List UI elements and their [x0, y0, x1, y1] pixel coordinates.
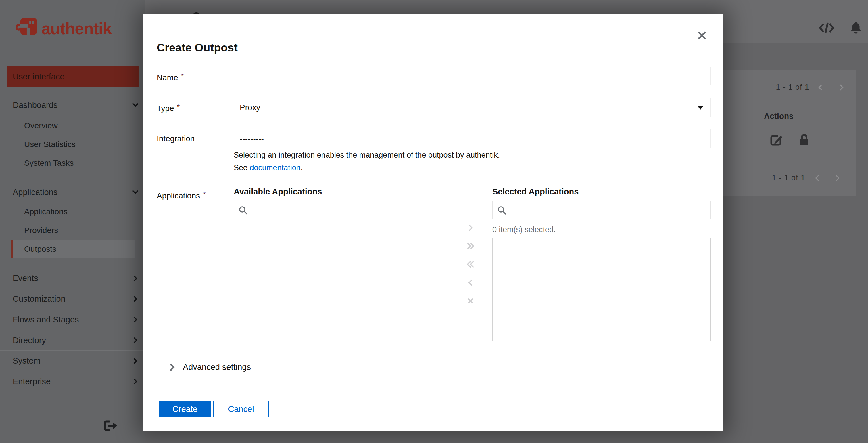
move-all-right-icon[interactable]: [465, 240, 476, 252]
type-label: Type*: [157, 103, 180, 113]
pagination-prev-button[interactable]: [813, 174, 822, 184]
sidebar: authentik User interface Dashboards Over…: [0, 0, 145, 443]
chevron-down-icon: [131, 188, 140, 196]
create-outpost-modal: Create Outpost Name* Type* Proxy Integra…: [144, 14, 723, 431]
notification-bell-icon[interactable]: [849, 21, 862, 36]
pagination-prev-button[interactable]: [816, 83, 825, 93]
create-button[interactable]: Create: [159, 401, 211, 417]
integration-select[interactable]: ---------: [234, 129, 711, 148]
chevron-right-icon: [131, 274, 140, 283]
name-input[interactable]: [234, 67, 711, 85]
available-search-input[interactable]: [234, 201, 452, 219]
move-selected-right-icon[interactable]: [465, 222, 476, 234]
selected-search: [492, 201, 711, 219]
move-selected-left-icon[interactable]: [465, 277, 476, 289]
pagination-next-button[interactable]: [833, 174, 842, 184]
pagination-next-button[interactable]: [837, 83, 846, 93]
sidebar-item-directory[interactable]: Directory: [0, 330, 145, 350]
applications-label: Applications*: [157, 190, 206, 201]
integration-label: Integration: [157, 134, 194, 143]
sidebar-item-applications[interactable]: Applications: [0, 202, 145, 221]
integration-help-see: See documentation.: [234, 163, 303, 173]
sign-out-icon[interactable]: [103, 420, 119, 433]
type-select[interactable]: Proxy: [234, 98, 711, 117]
sidebar-group-dashboards[interactable]: Dashboards: [0, 95, 145, 115]
search-icon: [238, 205, 248, 215]
cancel-button[interactable]: Cancel: [213, 401, 269, 417]
modal-title: Create Outpost: [157, 41, 238, 54]
brand-name: authentik: [41, 19, 112, 38]
chevron-right-icon: [131, 316, 140, 324]
sidebar-item-system-tasks[interactable]: System Tasks: [0, 154, 145, 172]
chevron-down-icon: [131, 101, 140, 109]
sidebar-item-outposts[interactable]: Outposts: [11, 240, 135, 258]
authentik-logo: authentik: [16, 17, 112, 40]
close-icon[interactable]: [696, 30, 709, 42]
actions-column-header: Actions: [764, 112, 794, 121]
authentik-key-icon: [16, 17, 40, 40]
chevron-right-icon: [131, 357, 140, 365]
pagination-top-label: 1 - 1 of 1: [776, 83, 809, 92]
sidebar-item-user-statistics[interactable]: User Statistics: [0, 135, 145, 154]
select-caret-icon: [697, 106, 704, 110]
sidebar-item-enterprise[interactable]: Enterprise: [0, 371, 145, 392]
selected-applications-listbox[interactable]: [492, 238, 711, 341]
sidebar-item-events[interactable]: Events: [0, 268, 145, 289]
chevron-right-icon: [168, 363, 177, 372]
search-icon: [497, 205, 507, 215]
available-search: [234, 201, 452, 219]
chevron-right-icon: [131, 295, 140, 303]
pagination-bottom-label: 1 - 1 of 1: [772, 174, 805, 182]
available-applications-heading: Available Applications: [234, 187, 322, 197]
edit-icon[interactable]: [770, 134, 783, 147]
selected-search-input[interactable]: [492, 201, 711, 219]
sidebar-item-customization[interactable]: Customization: [0, 289, 145, 309]
sidebar-group-applications[interactable]: Applications: [0, 182, 145, 202]
sidebar-item-providers[interactable]: Providers: [0, 221, 145, 240]
sidebar-item-overview[interactable]: Overview: [0, 116, 145, 135]
integration-help-text: Selecting an integration enables the man…: [234, 150, 500, 160]
sidebar-item-system[interactable]: System: [0, 350, 145, 371]
chevron-right-icon: [131, 336, 140, 344]
sidebar-item-user-interface[interactable]: User interface: [7, 66, 140, 87]
screen: authentik User interface Dashboards Over…: [0, 0, 868, 443]
selected-applications-heading: Selected Applications: [492, 187, 579, 197]
move-all-left-icon[interactable]: [465, 259, 476, 270]
lock-icon[interactable]: [799, 133, 810, 147]
selected-count-label: 0 item(s) selected.: [492, 225, 556, 234]
name-label: Name*: [157, 72, 184, 82]
clear-selected-icon[interactable]: [465, 295, 476, 307]
code-icon[interactable]: [819, 22, 834, 35]
chevron-right-icon: [131, 377, 140, 385]
documentation-link[interactable]: documentation: [250, 164, 301, 172]
sidebar-item-flows-and-stages[interactable]: Flows and Stages: [0, 309, 145, 330]
advanced-settings-toggle[interactable]: Advanced settings: [168, 362, 251, 372]
available-applications-listbox[interactable]: [234, 238, 452, 341]
